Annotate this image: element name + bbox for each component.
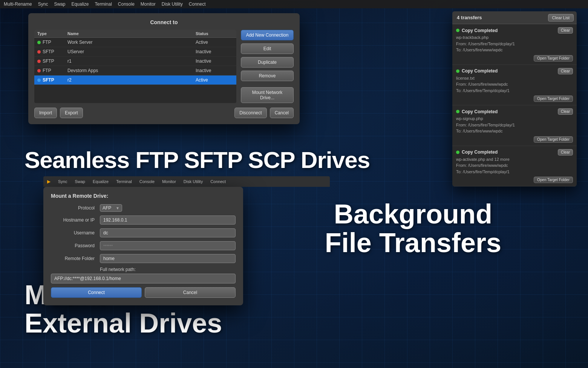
- export-button[interactable]: Export: [60, 108, 83, 118]
- duplicate-button[interactable]: Duplicate: [241, 57, 294, 68]
- row-name: Work Server: [67, 40, 196, 45]
- hostname-input[interactable]: [100, 216, 236, 225]
- row-name: Devstorm Apps: [67, 68, 196, 73]
- import-button[interactable]: Import: [34, 108, 57, 118]
- transfer-details-4: wp-activate.php and 12 more From: /Users…: [456, 156, 573, 175]
- mini-menu-disk-utility[interactable]: Disk Utility: [184, 179, 203, 184]
- add-new-connection-button[interactable]: Add New Connection: [241, 30, 294, 40]
- menu-bar: Multi-Rename Sync Swap Equalize Terminal…: [0, 0, 588, 8]
- transfer-title-4: Copy Completed: [462, 149, 498, 155]
- username-label: Username: [51, 230, 100, 236]
- mini-menu-equalize[interactable]: Equalize: [93, 179, 109, 184]
- menu-terminal[interactable]: Terminal: [95, 2, 112, 7]
- transfer-title-1: Copy Completed: [462, 28, 498, 33]
- row-name: r1: [67, 59, 196, 64]
- connect-button[interactable]: Connect: [51, 287, 142, 298]
- remote-folder-row: Remote Folder: [51, 254, 236, 263]
- transfers-header: 4 transfers Clear List: [452, 11, 577, 24]
- open-target-3-button[interactable]: Open Target Folder: [534, 136, 573, 143]
- mount-external-line2: External Drives: [24, 309, 222, 338]
- mini-toolbar: ▶ Sync Swap Equalize Terminal Console Mo…: [43, 176, 330, 187]
- clear-item-3-button[interactable]: Clear: [558, 108, 573, 115]
- password-label: Password: [51, 243, 100, 248]
- menu-monitor[interactable]: Monitor: [141, 2, 156, 7]
- protocol-select-wrap[interactable]: AFPFTPSFTPSMB ▼: [100, 204, 122, 212]
- table-row[interactable]: FTP Devstorm Apps Inactive: [34, 66, 236, 75]
- mini-menu-monitor[interactable]: Monitor: [162, 179, 176, 184]
- menu-sync[interactable]: Sync: [38, 2, 48, 7]
- dot-green: [37, 41, 41, 44]
- row-type-label: SFTP: [43, 59, 54, 64]
- password-row: Password: [51, 241, 236, 250]
- table-row[interactable]: SFTP r1 Inactive: [34, 57, 236, 66]
- full-path-row: Full network path:: [51, 267, 236, 283]
- transfer-item: Copy Completed Clear wp-signup.php From:…: [452, 105, 577, 146]
- open-target-2-button[interactable]: Open Target Folder: [534, 95, 573, 102]
- menu-console[interactable]: Console: [118, 2, 135, 7]
- menu-multi-rename[interactable]: Multi-Rename: [4, 2, 32, 7]
- row-status: Inactive: [196, 59, 233, 64]
- clear-item-4-button[interactable]: Clear: [558, 149, 573, 156]
- transfer-item: Copy Completed Clear wp-trackback.php Fr…: [452, 24, 577, 65]
- username-input[interactable]: [100, 228, 236, 237]
- row-type-label: SFTP: [43, 77, 54, 83]
- table-row-selected[interactable]: SFTP r2 Active: [34, 75, 236, 85]
- dot-red: [37, 50, 41, 54]
- row-type-label: FTP: [43, 40, 51, 45]
- open-target-4-button[interactable]: Open Target Folder: [534, 177, 573, 183]
- edit-button[interactable]: Edit: [241, 43, 294, 54]
- hostname-label: Hostname or IP: [51, 217, 100, 223]
- mount-dialog-title: Mount a Remote Drive:: [51, 193, 236, 199]
- mini-menu-console[interactable]: Console: [139, 179, 155, 184]
- transfers-panel: 4 transfers Clear List Copy Completed Cl…: [452, 11, 577, 186]
- mini-menu-swap[interactable]: Swap: [75, 179, 85, 184]
- transfer-dot-1: [456, 29, 459, 32]
- menu-connect[interactable]: Connect: [189, 2, 206, 7]
- bg-transfers-line2: File Transfers: [325, 229, 501, 257]
- mount-cancel-button[interactable]: Cancel: [145, 287, 236, 298]
- mount-network-drive-button[interactable]: Mount Network Drive...: [241, 87, 294, 103]
- transfer-item: Copy Completed Clear license.txt From: /…: [452, 65, 577, 106]
- menu-swap[interactable]: Swap: [54, 2, 65, 7]
- transfer-details-2: license.txt From: /Users/fire/www/wpdc T…: [456, 75, 573, 94]
- col-name: Name: [67, 31, 196, 36]
- mini-menu-sync[interactable]: Sync: [58, 179, 67, 184]
- table-header: Type Name Status: [34, 30, 236, 38]
- mini-menu-connect[interactable]: Connect: [210, 179, 226, 184]
- dot-red: [37, 60, 41, 63]
- mini-menu-terminal[interactable]: Terminal: [116, 179, 132, 184]
- open-target-1-button[interactable]: Open Target Folder: [534, 55, 573, 62]
- cancel-button[interactable]: Cancel: [270, 108, 294, 118]
- row-status: Inactive: [196, 68, 233, 73]
- protocol-select[interactable]: AFPFTPSFTPSMB: [103, 205, 120, 211]
- full-path-label: Full network path:: [51, 267, 236, 272]
- transfers-count: 4 transfers: [452, 15, 548, 20]
- background-transfers-text: Background File Transfers: [325, 200, 501, 257]
- row-name: UServer: [67, 49, 196, 54]
- password-input[interactable]: [100, 241, 236, 250]
- menu-disk-utility[interactable]: Disk Utility: [162, 2, 183, 7]
- row-status-selected: Active: [196, 77, 233, 83]
- row-type-label: FTP: [43, 68, 51, 73]
- content-layer: Multi-Rename Sync Swap Equalize Terminal…: [0, 0, 588, 368]
- hostname-row: Hostname or IP: [51, 216, 236, 225]
- remove-button[interactable]: Remove: [241, 71, 294, 81]
- transfer-title-2: Copy Completed: [462, 68, 498, 74]
- clear-list-button[interactable]: Clear List: [548, 14, 574, 22]
- menu-equalize[interactable]: Equalize: [71, 2, 89, 7]
- clear-item-2-button[interactable]: Clear: [558, 68, 573, 74]
- disconnect-button[interactable]: Disconnect: [234, 108, 266, 118]
- dialog-action-buttons: Add New Connection Edit Duplicate Remove…: [241, 30, 294, 103]
- table-row[interactable]: FTP Work Server Active: [34, 38, 236, 47]
- transfer-details-3: wp-signup.php From: /Users/fire/Temp/dcp…: [456, 115, 573, 134]
- remote-folder-label: Remote Folder: [51, 256, 100, 261]
- full-path-input[interactable]: [51, 274, 236, 283]
- transfer-dot-2: [456, 69, 459, 73]
- row-name-selected: r2: [67, 77, 196, 83]
- clear-item-1-button[interactable]: Clear: [558, 27, 573, 34]
- table-row[interactable]: SFTP UServer Inactive: [34, 47, 236, 57]
- mount-footer: Connect Cancel: [51, 287, 236, 298]
- remote-folder-input[interactable]: [100, 254, 236, 263]
- dialog-footer: Import Export Disconnect Cancel: [34, 108, 294, 118]
- connect-dialog: Connect to Type Name Status FTP Work Ser…: [28, 13, 300, 124]
